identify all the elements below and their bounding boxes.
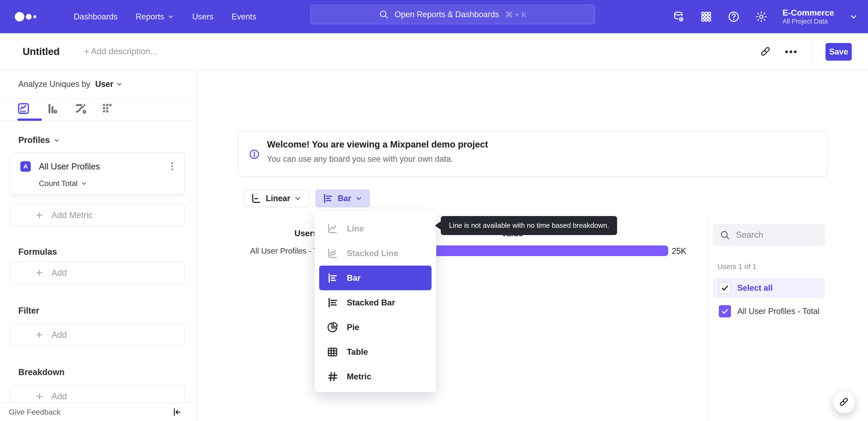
chart-type-menu: Line Stacked Line Bar Stacked Bar Pie Ta… — [314, 210, 436, 392]
info-icon — [249, 149, 260, 160]
plus-icon — [35, 392, 44, 401]
nav-item-users[interactable]: Users — [183, 12, 222, 22]
breakdown-label: Breakdown — [18, 367, 65, 377]
sidebar-tabs — [0, 99, 197, 121]
chevron-down-icon — [116, 81, 123, 88]
series-checkbox[interactable] — [719, 305, 731, 317]
mixpanel-logo[interactable] — [14, 11, 49, 22]
project-scope: All Project Data — [782, 18, 834, 25]
nav-item-reports[interactable]: Reports — [127, 12, 183, 22]
help-icon[interactable] — [727, 10, 740, 23]
add-metric-button[interactable]: Add Metric — [10, 204, 185, 226]
select-all-row[interactable]: Select all — [713, 278, 825, 298]
active-tab-underline — [18, 118, 42, 121]
top-nav-right: E-Commerce All Project Data — [672, 0, 858, 33]
pie-chart-icon — [327, 321, 339, 333]
link-icon — [839, 397, 849, 407]
menu-item-table[interactable]: Table — [319, 340, 432, 364]
series-row-all-user-profiles-total[interactable]: All User Profiles - Total — [713, 301, 825, 321]
tab-retention-icon[interactable] — [100, 101, 115, 116]
data-management-icon[interactable] — [672, 10, 685, 23]
give-feedback-link[interactable]: Give Feedback — [9, 408, 61, 417]
copy-link-icon[interactable] — [761, 46, 771, 57]
nav-item-label: Reports — [135, 12, 164, 22]
copy-link-fab[interactable] — [833, 391, 855, 413]
more-options-button[interactable]: ••• — [785, 47, 798, 57]
nav-item-label: Users — [192, 12, 213, 22]
report-title[interactable]: Untitled — [23, 46, 60, 57]
settings-gear-icon[interactable] — [755, 10, 768, 23]
menu-item-metric[interactable]: Metric — [319, 364, 432, 389]
aggregation-dropdown[interactable]: Count Total — [39, 179, 87, 188]
menu-item-label: Metric — [347, 372, 371, 382]
plus-icon — [35, 268, 44, 277]
report-header-actions: ••• Save — [761, 33, 852, 70]
tab-funnels-icon[interactable] — [45, 101, 60, 116]
plus-icon — [35, 330, 44, 339]
analyze-by-value: User — [95, 79, 113, 89]
nav-item-dashboards[interactable]: Dashboards — [65, 12, 127, 22]
formulas-section-header: Formulas — [18, 247, 57, 257]
menu-item-stacked-line[interactable]: Stacked Line — [319, 241, 432, 265]
kebab-menu-icon[interactable] — [167, 161, 178, 172]
axis-scale-icon — [250, 193, 262, 204]
mixpanel-logo-icon — [14, 11, 49, 22]
menu-item-label: Pie — [347, 322, 360, 332]
select-all-checkbox[interactable] — [719, 282, 731, 294]
add-filter-button[interactable]: Add — [10, 324, 185, 346]
mixpanel-app: Dashboards Reports Users Events Open Rep… — [0, 0, 868, 421]
check-icon — [721, 307, 729, 315]
save-button[interactable]: Save — [826, 43, 852, 61]
top-nav: Dashboards Reports Users Events Open Rep… — [0, 0, 868, 33]
menu-item-label: Line — [347, 224, 364, 233]
add-description-field[interactable]: + Add description... — [84, 47, 157, 56]
collapse-sidebar-icon[interactable] — [172, 407, 182, 417]
stacked-line-chart-icon — [327, 247, 339, 259]
nav-item-label: Events — [231, 12, 256, 22]
analyze-by-dropdown[interactable]: User — [95, 79, 123, 89]
line-disabled-tooltip: Line is not available with no time based… — [441, 216, 617, 235]
menu-item-stacked-bar[interactable]: Stacked Bar — [319, 290, 432, 315]
add-filter-label: Add — [52, 330, 67, 340]
global-search-placeholder: Open Reports & Dashboards — [395, 10, 499, 19]
series-search-box — [713, 224, 825, 246]
series-search-input[interactable] — [736, 230, 817, 240]
scale-dropdown-button[interactable]: Linear — [244, 190, 309, 207]
select-all-label: Select all — [737, 283, 773, 293]
search-icon — [720, 230, 730, 240]
tab-insights-icon[interactable] — [16, 101, 31, 116]
menu-item-bar[interactable]: Bar — [319, 265, 432, 290]
profiles-section-header[interactable]: Profiles — [18, 135, 60, 145]
add-metric-label: Add Metric — [52, 210, 93, 220]
chevron-down-icon — [81, 180, 87, 187]
series-count-label: Users 1 of 1 — [717, 262, 756, 271]
profiles-label: Profiles — [18, 135, 50, 145]
add-formula-button[interactable]: Add — [10, 261, 185, 284]
filter-section-header: Filter — [18, 306, 39, 315]
right-rail-divider — [708, 216, 709, 421]
formulas-label: Formulas — [18, 247, 57, 257]
chart-type-dropdown-button[interactable]: Bar — [315, 190, 370, 207]
breakdown-section-header: Breakdown — [18, 367, 65, 377]
scale-dropdown-label: Linear — [266, 194, 290, 203]
chevron-down-icon — [355, 195, 363, 202]
global-search-button[interactable]: Open Reports & Dashboards ⌘ + K — [310, 5, 595, 24]
search-icon — [379, 9, 389, 20]
project-switcher[interactable]: E-Commerce All Project Data — [782, 8, 834, 25]
project-chevron-down-icon[interactable] — [849, 12, 858, 21]
menu-item-line[interactable]: Line — [319, 216, 432, 241]
stacked-bar-chart-icon — [327, 297, 339, 309]
apps-grid-icon[interactable] — [700, 10, 712, 23]
menu-item-label: Table — [347, 347, 368, 357]
metric-card-all-user-profiles[interactable]: A All User Profiles Count Total — [10, 152, 185, 195]
chart-type-dropdown-label: Bar — [338, 194, 351, 203]
table-icon — [327, 346, 339, 358]
banner-subtitle: You can use any board you see with your … — [267, 154, 453, 164]
sidebar-footer: Give Feedback — [0, 403, 197, 421]
report-header: Untitled + Add description... ••• Save — [0, 33, 868, 70]
menu-item-label: Bar — [347, 273, 361, 283]
tab-flows-icon[interactable] — [73, 101, 88, 116]
chevron-down-icon — [53, 137, 60, 144]
nav-item-events[interactable]: Events — [222, 12, 266, 22]
menu-item-pie[interactable]: Pie — [319, 315, 432, 340]
